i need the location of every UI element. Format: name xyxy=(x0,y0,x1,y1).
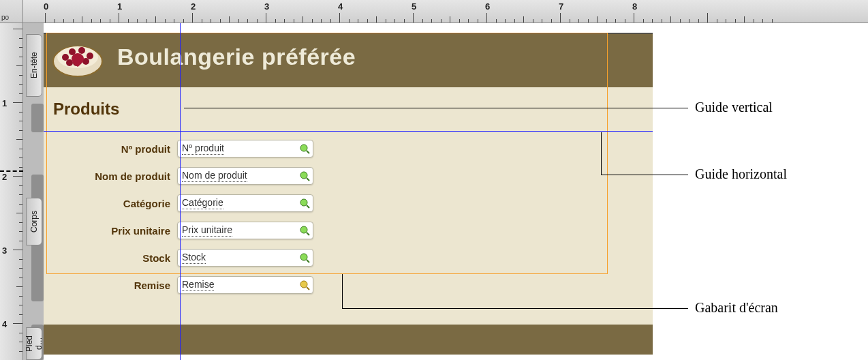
svg-point-17 xyxy=(300,254,307,260)
vertical-ruler[interactable]: 1 2 3 4 xyxy=(0,23,23,360)
field-row-product-name: Nom de produit Nom de produit xyxy=(44,166,313,185)
field-product-name[interactable]: Nom de produit xyxy=(177,167,313,185)
label-discount: Remise xyxy=(44,280,177,291)
ruler-break-marker xyxy=(0,170,23,172)
callout-gabarit: Gabarit d'écran xyxy=(695,300,778,316)
field-discount[interactable]: Remise xyxy=(177,276,313,294)
part-tab-header[interactable]: En-tête xyxy=(26,34,42,97)
h-tick-8: 8 xyxy=(632,1,637,12)
svg-point-5 xyxy=(87,52,93,59)
part-handle-body-top[interactable] xyxy=(31,104,44,132)
svg-line-12 xyxy=(307,178,309,181)
part-tab-body-label: Corps xyxy=(29,211,39,232)
h-tick-1: 1 xyxy=(117,1,122,12)
svg-point-4 xyxy=(78,47,85,54)
h-tick-0: 0 xyxy=(44,1,48,12)
magnifier-icon[interactable] xyxy=(299,170,310,181)
callout-guide-horizontal: Guide horizontal xyxy=(695,166,787,182)
field-row-unit-price: Prix unitaire Prix unitaire xyxy=(44,221,313,240)
h-tick-4: 4 xyxy=(338,1,343,12)
svg-line-16 xyxy=(307,232,309,235)
field-product-id[interactable]: Nº produit xyxy=(177,140,313,158)
svg-point-13 xyxy=(300,199,307,206)
field-unit-price-text: Prix unitaire xyxy=(182,224,232,237)
field-stock[interactable]: Stock xyxy=(177,249,313,267)
svg-point-19 xyxy=(300,281,307,288)
svg-line-10 xyxy=(307,151,309,153)
h-tick-6: 6 xyxy=(485,1,490,12)
ruler-unit-label: po xyxy=(1,14,9,21)
label-product-name: Nom de produit xyxy=(44,170,177,182)
label-product-id: Nº produit xyxy=(44,143,177,155)
magnifier-icon[interactable] xyxy=(299,143,310,154)
field-row-category: Catégorie Catégorie xyxy=(44,194,313,213)
leader-guide-horizontal-h xyxy=(601,175,688,175)
section-title: Produits xyxy=(53,100,119,119)
field-stock-text: Stock xyxy=(182,252,206,264)
svg-point-15 xyxy=(300,226,307,233)
v-tick-3: 3 xyxy=(2,245,7,256)
logo-pie-icon xyxy=(50,38,105,79)
field-category-text: Catégorie xyxy=(182,197,223,209)
field-row-discount: Remise Remise xyxy=(44,275,313,295)
svg-point-9 xyxy=(300,145,307,151)
leader-gabarit-v xyxy=(342,274,343,308)
part-tab-footer-label: Pied d… xyxy=(25,332,44,355)
svg-line-14 xyxy=(307,205,309,208)
v-tick-4: 4 xyxy=(2,319,7,329)
label-unit-price: Prix unitaire xyxy=(44,225,177,237)
svg-point-11 xyxy=(300,172,307,179)
magnifier-icon[interactable] xyxy=(299,225,310,236)
field-product-name-text: Nom de produit xyxy=(182,170,247,182)
field-row-stock: Stock Stock xyxy=(44,248,313,267)
field-discount-text: Remise xyxy=(182,279,214,291)
field-row-product-id: Nº produit Nº produit xyxy=(44,139,313,158)
field-unit-price[interactable]: Prix unitaire xyxy=(177,222,313,239)
h-tick-2: 2 xyxy=(191,1,196,12)
v-tick-2: 2 xyxy=(2,172,7,182)
part-tab-body[interactable]: Corps xyxy=(26,198,42,245)
magnifier-icon[interactable] xyxy=(299,198,310,209)
page-title: Boulangerie préférée xyxy=(117,44,356,70)
label-stock: Stock xyxy=(44,252,177,264)
magnifier-icon[interactable] xyxy=(299,280,310,290)
h-tick-3: 3 xyxy=(264,1,269,12)
part-tab-header-label: En-tête xyxy=(29,52,39,79)
svg-point-2 xyxy=(62,54,69,61)
ruler-corner: po xyxy=(0,0,23,23)
label-category: Catégorie xyxy=(44,198,177,209)
magnifier-icon[interactable] xyxy=(299,252,310,263)
h-tick-5: 5 xyxy=(412,1,416,12)
part-tab-footer[interactable]: Pied d… xyxy=(26,327,42,360)
layout-footer-band[interactable] xyxy=(44,325,653,355)
layout-header-band[interactable]: Boulangerie préférée xyxy=(44,33,653,87)
leader-guide-horizontal-v xyxy=(601,132,602,175)
svg-line-18 xyxy=(307,260,309,262)
horizontal-ruler[interactable]: 0 1 2 3 4 5 6 7 8 xyxy=(23,0,868,23)
h-tick-7: 7 xyxy=(559,1,563,12)
callout-guide-vertical: Guide vertical xyxy=(695,100,773,115)
leader-guide-vertical xyxy=(184,108,688,108)
layout-canvas[interactable]: Boulangerie préférée Produits Nº produit… xyxy=(44,23,868,360)
leader-gabarit-h xyxy=(342,308,688,309)
field-product-id-text: Nº produit xyxy=(182,142,224,155)
field-category[interactable]: Catégorie xyxy=(177,194,313,212)
v-tick-1: 1 xyxy=(2,98,7,108)
svg-line-20 xyxy=(307,287,309,290)
